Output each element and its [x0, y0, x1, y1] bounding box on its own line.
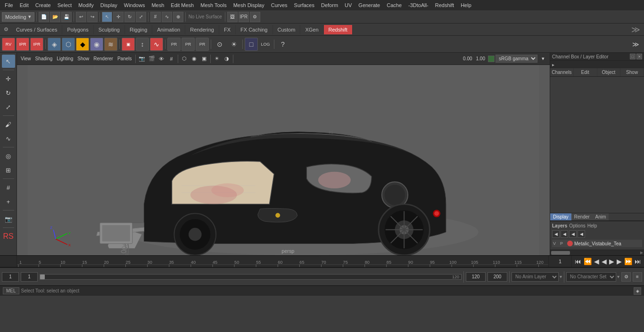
vp-view-menu[interactable]: View [19, 55, 33, 62]
panel-collapse-arrow[interactable]: ▸ [552, 62, 554, 67]
anim-layer-arrow[interactable]: ▾ [560, 274, 562, 279]
rotate-tool-btn[interactable]: ↻ [124, 12, 135, 22]
char-set-select[interactable]: No Character Set [566, 272, 616, 282]
play-fwd-btn[interactable]: ▶ [608, 258, 615, 265]
next-key-btn[interactable]: ▶ [616, 258, 623, 265]
snap-left[interactable]: ⊞ [2, 163, 15, 177]
menu-mesh-display[interactable]: Mesh Display [231, 1, 267, 9]
play-back-btn[interactable]: ◀ [601, 258, 608, 265]
snap-pt-left[interactable]: + [2, 195, 15, 208]
shelf-icon-rs-log[interactable]: LOG [259, 38, 272, 51]
move-tool-left[interactable]: ✛ [2, 72, 15, 85]
menu-help[interactable]: Help [458, 1, 474, 9]
soft-select-left[interactable]: ◎ [2, 149, 15, 162]
render-settings-btn[interactable]: ⚙ [250, 12, 260, 22]
ch-tab-render[interactable]: Render [571, 213, 593, 220]
menu-mesh[interactable]: Mesh [149, 1, 167, 9]
scale-tool-left[interactable]: ⤢ [2, 100, 15, 113]
next-frame-btn[interactable]: ⏩ [623, 258, 633, 265]
vp-vis-icon[interactable]: 👁 [157, 54, 166, 64]
char-set-arrow[interactable]: ▾ [617, 274, 619, 279]
move-tool-btn[interactable]: ✛ [113, 12, 124, 22]
tab-rendering[interactable]: Rendering [185, 25, 219, 34]
tab-custom[interactable]: Custom [273, 25, 301, 34]
snap-grid-btn[interactable]: # [150, 12, 161, 22]
menu-3dtall[interactable]: -3DtoAll- [405, 1, 431, 9]
max-frame-input[interactable] [487, 272, 507, 282]
vp-camera-icon[interactable]: 📷 [137, 54, 147, 64]
status-icon-1[interactable]: ◈ [634, 287, 641, 295]
tab-rigging[interactable]: Rigging [125, 25, 152, 34]
prev-key-btn[interactable]: ◀ [593, 258, 600, 265]
frame-slider[interactable]: 120 [40, 274, 462, 280]
vp-colorspace-select[interactable]: sRGB gamma [495, 55, 537, 63]
rp-tab-channels[interactable]: Channels [550, 68, 574, 76]
shelf-icon-red3[interactable]: ∿ [150, 38, 163, 51]
panel-scrollbar-h[interactable]: ▶ [550, 250, 644, 255]
scrollbar-thumb[interactable] [551, 251, 570, 255]
snap-curve-btn[interactable]: ∿ [162, 12, 172, 22]
snap-point-btn[interactable]: ⊕ [173, 12, 183, 22]
tab-xgen[interactable]: XGen [300, 25, 323, 34]
select-tool-btn[interactable]: ↖ [102, 12, 112, 22]
snap-grid-left[interactable]: # [2, 181, 15, 194]
workspace-dropdown[interactable]: Modeling ▾ [2, 12, 34, 22]
vp-color-swatch[interactable] [488, 56, 495, 62]
layers-help[interactable]: Help [587, 223, 597, 228]
shelf-icon-rs3[interactable]: ◆ [76, 38, 89, 51]
menu-uv[interactable]: UV [342, 1, 355, 9]
menu-display[interactable]: Display [98, 1, 120, 9]
anim-extra-btn[interactable]: ≡ [633, 272, 642, 282]
vp-shadow-icon[interactable]: ◑ [222, 54, 231, 64]
vp-renderer-menu[interactable]: Renderer [91, 55, 115, 62]
playback-end-input[interactable] [466, 272, 486, 282]
redo-btn[interactable]: ↪ [87, 12, 98, 22]
menu-mesh-tools[interactable]: Mesh Tools [198, 1, 229, 9]
shelf-settings-btn[interactable]: ⚙ [1, 24, 11, 35]
shelf-icon-rs4[interactable]: ◉ [90, 38, 103, 51]
viewport[interactable]: RS Y X Z persp [17, 65, 550, 255]
rp-tab-object[interactable]: Object [597, 68, 621, 76]
shelf-icon-pr1[interactable]: PR [167, 38, 181, 51]
scroll-right-btn[interactable]: ▶ [639, 251, 644, 255]
menu-redshift[interactable]: Redshift [432, 1, 457, 9]
layer-row-1[interactable]: V P Metalic_Vistabule_Tea [552, 240, 642, 247]
shelf-icon-rs2[interactable]: ⬡ [62, 38, 75, 51]
menu-edit-mesh[interactable]: Edit Mesh [168, 1, 197, 9]
layers-options[interactable]: Options [569, 223, 585, 228]
next-end-btn[interactable]: ⏭ [634, 258, 642, 265]
menu-file[interactable]: File [2, 1, 16, 9]
vp-texture-icon[interactable]: ▣ [199, 54, 209, 64]
menu-modify[interactable]: Modify [75, 1, 96, 9]
tab-fx[interactable]: FX [219, 25, 236, 34]
vp-grid-icon[interactable]: # [167, 54, 176, 64]
frame-slider-thumb[interactable] [40, 275, 45, 279]
vp-panels-menu[interactable]: Panels [116, 55, 134, 62]
select-tool-left[interactable]: ↖ [2, 55, 15, 68]
shelf-icon-3[interactable]: IPR [30, 38, 43, 51]
menu-surfaces[interactable]: Surfaces [291, 1, 317, 9]
shelf-icon-bowl[interactable]: ⊙ [213, 38, 226, 51]
script-mode-label[interactable]: MEL [3, 287, 19, 294]
undo-btn[interactable]: ↩ [76, 12, 86, 22]
vp-lighting-menu[interactable]: Lighting [55, 55, 75, 62]
vp-smooth-icon[interactable]: ◉ [190, 54, 199, 64]
tab-overflow-btn[interactable]: ≫ [628, 24, 643, 35]
rotate-tool-left[interactable]: ↻ [2, 86, 15, 99]
vp-wire-icon[interactable]: ⬡ [180, 54, 189, 64]
vp-film-icon[interactable]: 🎬 [147, 54, 157, 64]
layer-icon-1[interactable]: ◀ [552, 230, 560, 238]
shelf-icon-2[interactable]: IPR [16, 38, 29, 51]
prev-frame-btn[interactable]: ⏪ [583, 258, 593, 265]
vp-show-menu[interactable]: Show [75, 55, 91, 62]
camera-left[interactable]: 📷 [2, 212, 15, 226]
tab-polygons[interactable]: Polygons [62, 25, 93, 34]
prev-start-btn[interactable]: ⏮ [574, 258, 582, 265]
shelf-overflow-btn[interactable]: ≫ [629, 38, 642, 51]
open-file-btn[interactable]: 📂 [50, 12, 60, 22]
shelf-icon-1[interactable]: RV [2, 38, 15, 51]
shelf-icon-red1[interactable]: ▣ [122, 38, 135, 51]
anim-prefs-btn[interactable]: ⚙ [621, 272, 631, 282]
new-file-btn[interactable]: 📄 [39, 12, 49, 22]
menu-cache[interactable]: Cache [384, 1, 405, 9]
